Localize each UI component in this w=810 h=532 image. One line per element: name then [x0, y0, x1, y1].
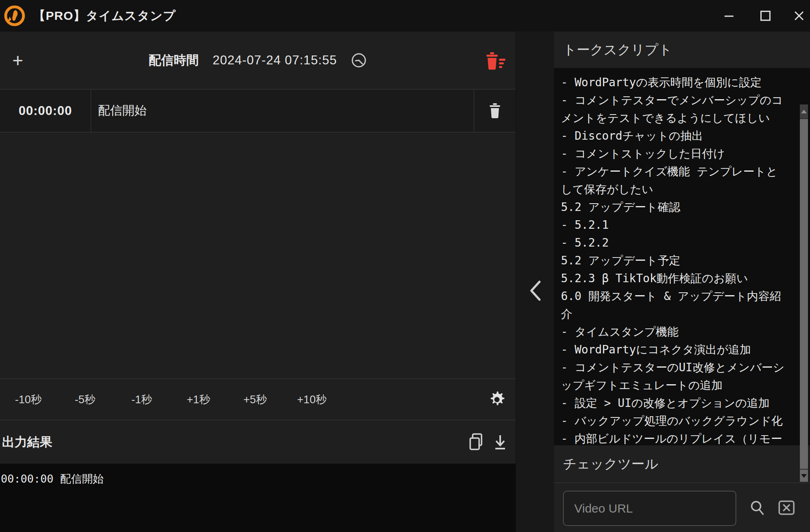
scrollbar-thumb[interactable]	[800, 119, 808, 469]
broadcast-time-group: 配信時間 2024-07-24 07:15:55	[0, 32, 516, 89]
delete-row-button[interactable]	[474, 89, 516, 132]
talk-script-editor[interactable]: - WordPartyの表示時間を個別に設定- コメントテスターでメンバーシップ…	[554, 68, 810, 445]
window-title: 【PRO】タイムスタンプ	[33, 0, 176, 32]
download-icon[interactable]	[493, 420, 507, 464]
video-url-input[interactable]	[563, 491, 736, 526]
adjust-seconds-button[interactable]: -1秒	[113, 392, 170, 407]
talk-script-line: - WordPartyの表示時間を個別に設定	[561, 74, 793, 92]
check-tool-body	[554, 483, 810, 532]
broadcast-time-value[interactable]: 2024-07-24 07:15:55	[213, 53, 337, 68]
app-logo-icon	[3, 4, 26, 27]
talk-script-title: トークスクリプト	[563, 41, 672, 59]
adjust-seconds-button[interactable]: -10秒	[0, 392, 57, 407]
talk-script-line: - 5.2.1	[561, 216, 793, 234]
adjust-seconds-button[interactable]: +5秒	[227, 392, 284, 407]
broadcast-time-label: 配信時間	[149, 52, 199, 69]
check-tool-title: チェックツール	[563, 455, 659, 473]
minimize-button[interactable]	[715, 0, 743, 32]
delete-all-button[interactable]	[485, 32, 506, 89]
time-adjust-row: -10秒-5秒-1秒+1秒+5秒+10秒	[0, 379, 516, 420]
timestamp-panel: + 配信時間 2024-07-24 07:15:55	[0, 32, 516, 532]
clear-url-icon[interactable]	[777, 496, 796, 520]
talk-script-line: ップギフトエミュレートの追加	[561, 377, 793, 394]
talk-script-header: トークスクリプト	[554, 32, 810, 68]
side-panel: トークスクリプト - WordPartyの表示時間を個別に設定- コメントテスタ…	[554, 32, 810, 532]
talk-script-line: 5.2 アップデート確認	[561, 198, 793, 216]
talk-script-line: - アンケートクイズ機能 テンプレートと	[561, 163, 793, 181]
title-bar: 【PRO】タイムスタンプ	[0, 0, 810, 32]
talk-script-line: - WordPartyにコネクタ演出が追加	[561, 341, 793, 359]
talk-script-line: 6.0 開発スタート & アップデート内容紹	[561, 287, 793, 305]
adjust-seconds-button[interactable]: -5秒	[57, 392, 113, 407]
clock-icon[interactable]	[351, 52, 367, 68]
talk-script-line: メントをテストできるようにしてほしい	[561, 109, 793, 127]
output-title: 出力結果	[2, 420, 52, 464]
output-header: 出力結果	[0, 420, 516, 464]
talk-script-line: 介	[561, 305, 793, 323]
talk-script-line: - コメントテスターのUI改修とメンバーシ	[561, 359, 793, 377]
talk-script-line: して保存がしたい	[561, 181, 793, 198]
talk-script-line: - コメントテスターでメンバーシップのコ	[561, 92, 793, 109]
talk-script-lines: - WordPartyの表示時間を個別に設定- コメントテスターでメンバーシップ…	[561, 74, 793, 448]
adjust-seconds-button[interactable]: +10秒	[284, 392, 340, 407]
maximize-button[interactable]	[751, 0, 780, 32]
output-result-text[interactable]: 00:00:00 配信開始	[0, 464, 516, 532]
timestamp-row[interactable]: 00:00:00 配信開始	[0, 89, 516, 132]
adjust-seconds-button[interactable]: +1秒	[170, 392, 227, 407]
collapse-chevron-icon[interactable]	[525, 278, 546, 304]
scroll-up-button[interactable]	[800, 104, 808, 118]
timestamp-label[interactable]: 配信開始	[91, 89, 474, 132]
talk-script-line: 5.2 アップデート予定	[561, 252, 793, 270]
check-tool-header: チェックツール	[554, 445, 810, 483]
settings-gear-icon[interactable]	[488, 379, 506, 420]
timestamp-time[interactable]: 00:00:00	[0, 89, 91, 132]
talk-script-line: - コメントストックした日付け	[561, 145, 793, 163]
panel-gutter	[516, 32, 554, 532]
search-icon[interactable]	[748, 496, 767, 520]
script-scrollbar[interactable]	[800, 104, 808, 482]
talk-script-line: - バックアップ処理のバックグラウンド化	[561, 412, 793, 430]
talk-script-line: - 5.2.2	[561, 234, 793, 252]
talk-script-line: - Discordチャットの抽出	[561, 127, 793, 145]
talk-script-line: 5.2.3 β TikTok動作検証のお願い	[561, 270, 793, 287]
timestamp-toolbar: + 配信時間 2024-07-24 07:15:55	[0, 32, 516, 89]
copy-icon[interactable]	[469, 420, 484, 464]
talk-script-line: - タイムスタンプ機能	[561, 323, 793, 341]
talk-script-text[interactable]: - WordPartyの表示時間を個別に設定- コメントテスターでメンバーシップ…	[561, 74, 793, 448]
talk-script-line: - 設定 > UIの改修とオプションの追加	[561, 394, 793, 412]
close-button[interactable]	[785, 0, 810, 32]
